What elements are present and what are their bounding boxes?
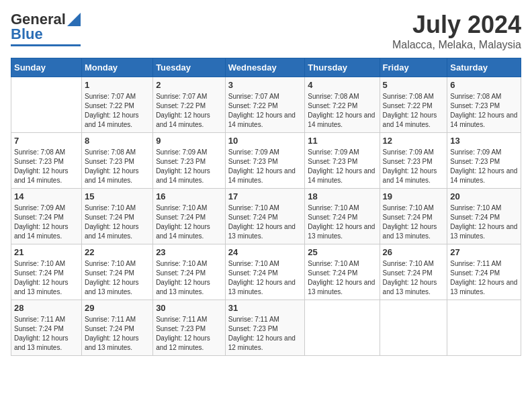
- col-sunday: Sunday: [11, 58, 82, 77]
- day-info: Sunrise: 7:09 AMSunset: 7:23 PMDaylight:…: [383, 148, 445, 185]
- day-cell: 6Sunrise: 7:08 AMSunset: 7:23 PMDaylight…: [447, 77, 521, 133]
- week-row-5: 28Sunrise: 7:11 AMSunset: 7:24 PMDayligh…: [11, 300, 521, 356]
- day-info: Sunrise: 7:11 AMSunset: 7:24 PMDaylight:…: [450, 259, 518, 297]
- day-number: 14: [14, 191, 79, 201]
- day-info: Sunrise: 7:08 AMSunset: 7:22 PMDaylight:…: [383, 92, 445, 130]
- week-row-2: 7Sunrise: 7:08 AMSunset: 7:23 PMDaylight…: [11, 133, 521, 189]
- col-monday: Monday: [81, 58, 152, 77]
- day-cell: 31Sunrise: 7:11 AMSunset: 7:23 PMDayligh…: [225, 300, 305, 356]
- day-info: Sunrise: 7:10 AMSunset: 7:24 PMDaylight:…: [308, 259, 376, 297]
- logo-underline: [11, 44, 81, 46]
- day-info: Sunrise: 7:09 AMSunset: 7:23 PMDaylight:…: [450, 148, 518, 185]
- day-number: 9: [156, 136, 222, 146]
- day-info: Sunrise: 7:07 AMSunset: 7:22 PMDaylight:…: [228, 92, 302, 130]
- day-info: Sunrise: 7:10 AMSunset: 7:24 PMDaylight:…: [308, 203, 376, 241]
- day-number: 28: [14, 303, 79, 313]
- col-wednesday: Wednesday: [225, 58, 305, 77]
- day-info: Sunrise: 7:11 AMSunset: 7:24 PMDaylight:…: [85, 315, 150, 353]
- day-number: 8: [85, 136, 150, 146]
- day-info: Sunrise: 7:08 AMSunset: 7:23 PMDaylight:…: [85, 148, 150, 185]
- day-number: 30: [156, 303, 222, 313]
- day-info: Sunrise: 7:09 AMSunset: 7:23 PMDaylight:…: [156, 148, 222, 185]
- day-cell: [447, 300, 521, 356]
- day-cell: 27Sunrise: 7:11 AMSunset: 7:24 PMDayligh…: [447, 244, 521, 300]
- day-cell: [11, 77, 82, 133]
- day-number: 22: [85, 247, 150, 257]
- col-friday: Friday: [380, 58, 447, 77]
- day-cell: 21Sunrise: 7:10 AMSunset: 7:24 PMDayligh…: [11, 244, 82, 300]
- month-year-title: July 2024: [392, 11, 521, 39]
- calendar-table: Sunday Monday Tuesday Wednesday Thursday…: [11, 58, 521, 356]
- day-cell: 24Sunrise: 7:10 AMSunset: 7:24 PMDayligh…: [225, 244, 305, 300]
- day-cell: 9Sunrise: 7:09 AMSunset: 7:23 PMDaylight…: [153, 133, 226, 189]
- day-info: Sunrise: 7:09 AMSunset: 7:23 PMDaylight:…: [308, 148, 376, 185]
- day-number: 12: [383, 136, 445, 146]
- svg-marker-0: [67, 13, 81, 26]
- week-row-3: 14Sunrise: 7:09 AMSunset: 7:24 PMDayligh…: [11, 189, 521, 244]
- day-cell: 1Sunrise: 7:07 AMSunset: 7:22 PMDaylight…: [81, 77, 152, 133]
- day-info: Sunrise: 7:11 AMSunset: 7:23 PMDaylight:…: [228, 315, 302, 353]
- day-cell: 16Sunrise: 7:10 AMSunset: 7:24 PMDayligh…: [153, 189, 226, 244]
- day-cell: 10Sunrise: 7:09 AMSunset: 7:23 PMDayligh…: [225, 133, 305, 189]
- col-thursday: Thursday: [305, 58, 380, 77]
- day-number: 31: [228, 303, 302, 313]
- day-info: Sunrise: 7:09 AMSunset: 7:24 PMDaylight:…: [14, 203, 79, 241]
- day-cell: 25Sunrise: 7:10 AMSunset: 7:24 PMDayligh…: [305, 244, 380, 300]
- day-info: Sunrise: 7:07 AMSunset: 7:22 PMDaylight:…: [85, 92, 150, 130]
- day-info: Sunrise: 7:10 AMSunset: 7:24 PMDaylight:…: [383, 259, 445, 297]
- day-cell: 11Sunrise: 7:09 AMSunset: 7:23 PMDayligh…: [305, 133, 380, 189]
- day-info: Sunrise: 7:11 AMSunset: 7:24 PMDaylight:…: [14, 315, 79, 353]
- day-number: 3: [228, 80, 302, 90]
- day-number: 16: [156, 191, 222, 201]
- day-info: Sunrise: 7:10 AMSunset: 7:24 PMDaylight:…: [228, 259, 302, 297]
- day-cell: [380, 300, 447, 356]
- day-number: 24: [228, 247, 302, 257]
- day-info: Sunrise: 7:10 AMSunset: 7:24 PMDaylight:…: [156, 203, 222, 241]
- day-number: 7: [14, 136, 79, 146]
- day-cell: 2Sunrise: 7:07 AMSunset: 7:22 PMDaylight…: [153, 77, 226, 133]
- day-cell: 30Sunrise: 7:11 AMSunset: 7:23 PMDayligh…: [153, 300, 226, 356]
- day-number: 19: [383, 191, 445, 201]
- day-cell: 13Sunrise: 7:09 AMSunset: 7:23 PMDayligh…: [447, 133, 521, 189]
- day-number: 29: [85, 303, 150, 313]
- day-number: 25: [308, 247, 376, 257]
- day-info: Sunrise: 7:11 AMSunset: 7:23 PMDaylight:…: [156, 315, 222, 353]
- day-number: 1: [85, 80, 150, 90]
- day-cell: 3Sunrise: 7:07 AMSunset: 7:22 PMDaylight…: [225, 77, 305, 133]
- day-cell: 14Sunrise: 7:09 AMSunset: 7:24 PMDayligh…: [11, 189, 82, 244]
- logo-icon: [67, 13, 81, 26]
- day-number: 13: [450, 136, 518, 146]
- day-info: Sunrise: 7:10 AMSunset: 7:24 PMDaylight:…: [228, 203, 302, 241]
- day-cell: 20Sunrise: 7:10 AMSunset: 7:24 PMDayligh…: [447, 189, 521, 244]
- day-cell: 19Sunrise: 7:10 AMSunset: 7:24 PMDayligh…: [380, 189, 447, 244]
- day-info: Sunrise: 7:10 AMSunset: 7:24 PMDaylight:…: [383, 203, 445, 241]
- day-cell: 7Sunrise: 7:08 AMSunset: 7:23 PMDaylight…: [11, 133, 82, 189]
- week-row-4: 21Sunrise: 7:10 AMSunset: 7:24 PMDayligh…: [11, 244, 521, 300]
- day-info: Sunrise: 7:10 AMSunset: 7:24 PMDaylight:…: [14, 259, 79, 297]
- day-number: 18: [308, 191, 376, 201]
- day-info: Sunrise: 7:07 AMSunset: 7:22 PMDaylight:…: [156, 92, 222, 130]
- day-number: 4: [308, 80, 376, 90]
- day-info: Sunrise: 7:08 AMSunset: 7:22 PMDaylight:…: [308, 92, 376, 130]
- day-cell: 29Sunrise: 7:11 AMSunset: 7:24 PMDayligh…: [81, 300, 152, 356]
- day-cell: 17Sunrise: 7:10 AMSunset: 7:24 PMDayligh…: [225, 189, 305, 244]
- day-number: 10: [228, 136, 302, 146]
- day-info: Sunrise: 7:08 AMSunset: 7:23 PMDaylight:…: [450, 92, 518, 130]
- col-saturday: Saturday: [447, 58, 521, 77]
- day-number: 6: [450, 80, 518, 90]
- day-cell: 28Sunrise: 7:11 AMSunset: 7:24 PMDayligh…: [11, 300, 82, 356]
- day-number: 15: [85, 191, 150, 201]
- day-number: 27: [450, 247, 518, 257]
- day-number: 2: [156, 80, 222, 90]
- day-cell: 15Sunrise: 7:10 AMSunset: 7:24 PMDayligh…: [81, 189, 152, 244]
- day-cell: 12Sunrise: 7:09 AMSunset: 7:23 PMDayligh…: [380, 133, 447, 189]
- day-cell: 5Sunrise: 7:08 AMSunset: 7:22 PMDaylight…: [380, 77, 447, 133]
- day-info: Sunrise: 7:10 AMSunset: 7:24 PMDaylight:…: [450, 203, 518, 241]
- day-number: 5: [383, 80, 445, 90]
- day-info: Sunrise: 7:10 AMSunset: 7:24 PMDaylight:…: [85, 259, 150, 297]
- day-number: 17: [228, 191, 302, 201]
- day-number: 21: [14, 247, 79, 257]
- day-number: 20: [450, 191, 518, 201]
- logo-blue: Blue: [11, 26, 43, 43]
- day-info: Sunrise: 7:10 AMSunset: 7:24 PMDaylight:…: [85, 203, 150, 241]
